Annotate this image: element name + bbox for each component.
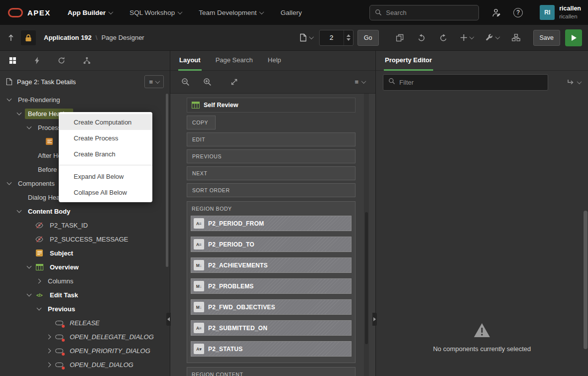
left-tab-rendering-grid-icon[interactable] [9,57,16,64]
chevron-down-icon[interactable] [26,291,33,298]
left-tab-dynamic-actions-bolt-icon[interactable] [34,57,40,64]
chevron-down-icon[interactable] [6,96,13,103]
tree-item-previous[interactable]: Previous [0,302,170,316]
menu-item-create-computation[interactable]: Create Computation [59,114,152,130]
tree-item-p2-success-message[interactable]: P2_SUCCESS_MESSAGE [0,232,170,246]
menu-item-expand-all-below[interactable]: Expand All Below [59,168,152,184]
slot-copy[interactable]: COPY [187,116,216,129]
region-body-container[interactable]: REGION BODY A≡ P2_PERIOD_FROM A≡ P2_PERI… [187,201,355,363]
slot-edit[interactable]: EDIT [187,132,355,146]
help-icon[interactable]: ? [513,8,523,17]
twisty-spacer [46,319,53,326]
save-button[interactable]: Save [533,30,561,46]
brand[interactable]: APEX [8,8,51,17]
tree-item-open-request-information-d[interactable]: OPEN_REQUEST_INFORMATION_D [0,372,170,376]
left-tab-processing-cycle-icon[interactable] [58,57,65,64]
up-arrow-icon[interactable] [6,34,16,41]
chevron-right-icon[interactable] [36,277,43,284]
tree-item-content-body[interactable]: Content Body [0,204,170,218]
go-button[interactable]: Go [357,30,379,46]
layout-item-p2-status[interactable]: A▾ P2_STATUS [191,341,352,357]
admin-user-icon[interactable] [492,8,502,17]
layout-item-p2-fwd-objectives[interactable]: M↓ P2_FWD_OBJECTIVES [191,299,352,315]
user-menu[interactable]: RI ricallen ricallen [533,0,588,25]
nav-team-development[interactable]: Team Development [199,9,263,16]
page-select-button[interactable] [298,33,315,42]
tab-page-search[interactable]: Page Search [215,51,254,71]
tree-item-open-priority-dialog[interactable]: OPEN_PRIORITY_DIALOG [0,344,170,358]
window-scrollbar-thumb[interactable] [584,211,588,349]
layout-item-p2-problems[interactable]: M↓ P2_PROBLEMS [191,278,352,294]
layout-item-p2-achievements[interactable]: M↓ P2_ACHIEVEMENTS [191,257,352,273]
menu-item-collapse-all-below[interactable]: Collapse All Below [59,184,152,200]
header-search[interactable] [369,5,479,20]
slot-previous[interactable]: PREVIOUS [187,149,355,163]
step-down-icon[interactable] [347,38,351,41]
chevron-down-icon[interactable] [26,124,33,131]
region-content-container[interactable]: REGION CONTENT [187,367,355,376]
create-plus-button[interactable] [461,34,473,41]
property-groups-button[interactable] [567,79,581,85]
tree-item-pre-rendering[interactable]: Pre-Rendering [0,93,170,107]
copy-page-icon[interactable] [395,34,405,42]
tab-help[interactable]: Help [267,51,282,71]
breadcrumb-page[interactable]: Page Designer [102,34,144,41]
layout-item-p2-period-from[interactable]: A≡ P2_PERIOD_FROM [191,216,352,231]
slot-sort-order[interactable]: SORT ORDER [187,183,355,197]
tree-scrollbar[interactable] [166,94,168,267]
nav-gallery[interactable]: Gallery [280,9,302,16]
tree-item-subject[interactable]: Subject [0,246,170,260]
avatar: RI [540,5,555,20]
run-page-button[interactable] [565,29,582,46]
filter-input[interactable] [399,79,543,86]
property-filter[interactable] [383,74,548,91]
chevron-down-icon[interactable] [36,305,43,312]
tree-item-overview[interactable]: Overview [0,260,170,274]
expand-icon[interactable] [229,78,239,86]
chevron-right-icon[interactable] [46,333,53,340]
step-up-icon[interactable] [347,34,351,37]
page-number-input[interactable] [320,34,344,41]
layout-item-p2-period-to[interactable]: A≡ P2_PERIOD_TO [191,237,352,252]
chevron-down-icon[interactable] [16,110,23,117]
red-dot-badge [62,339,65,342]
tree-item-open-delegate-dialog[interactable]: OPEN_DELEGATE_DIALOG [0,330,170,344]
canvas-scrollbar-thumb[interactable] [365,212,368,344]
chevron-right-icon[interactable] [46,347,53,354]
left-splitter-handle[interactable] [166,313,171,326]
tree-item-release[interactable]: RELEASE [0,316,170,330]
zoom-in-icon[interactable] [202,78,212,86]
menu-item-create-process[interactable]: Create Process [59,130,152,146]
tab-layout[interactable]: Layout [178,51,202,71]
right-splitter-handle[interactable] [372,313,377,326]
tree-item-open-due-dialog[interactable]: OPEN_DUE_DIALOG [0,358,170,372]
chevron-down-icon[interactable] [26,263,33,270]
redo-icon[interactable] [439,34,449,42]
slot-next[interactable]: NEXT [187,166,355,180]
menu-item-create-branch[interactable]: Create Branch [59,146,152,162]
search-input[interactable] [386,9,473,16]
chevron-right-icon[interactable] [46,361,53,368]
layout-menu-button[interactable]: ≡ [354,79,365,85]
tree-item-columns[interactable]: Columns [0,274,170,288]
lock-icon[interactable] [21,30,36,45]
breadcrumb-application[interactable]: Application 192 [44,34,92,41]
chevron-down-icon[interactable] [16,208,23,215]
tab-property-editor[interactable]: Property Editor [384,51,433,71]
item-name: P2_PERIOD_FROM [208,220,264,227]
chevron-down-icon[interactable] [6,180,13,187]
utilities-wrench-button[interactable] [485,34,499,41]
tree-menu-button[interactable]: ≡ [144,75,164,88]
nav-sql-workshop[interactable]: SQL Workshop [129,9,182,16]
region-header[interactable]: Self Review [187,98,355,113]
zoom-out-icon[interactable] [180,78,190,86]
left-tab-shared-components-icon[interactable] [83,57,91,64]
layout-item-p2-submitted-on[interactable]: A≡ P2_SUBMITTED_ON [191,320,352,336]
tree-item-p2-task-id[interactable]: P2_TASK_ID [0,218,170,232]
undo-icon[interactable] [417,34,427,42]
shared-components-icon[interactable] [511,34,521,41]
page-number-stepper[interactable] [344,30,353,45]
canvas-scrollbar[interactable] [364,94,369,376]
nav-app-builder[interactable]: App Builder [68,9,113,16]
tree-item-edit-task[interactable]: </> Edit Task [0,288,170,302]
